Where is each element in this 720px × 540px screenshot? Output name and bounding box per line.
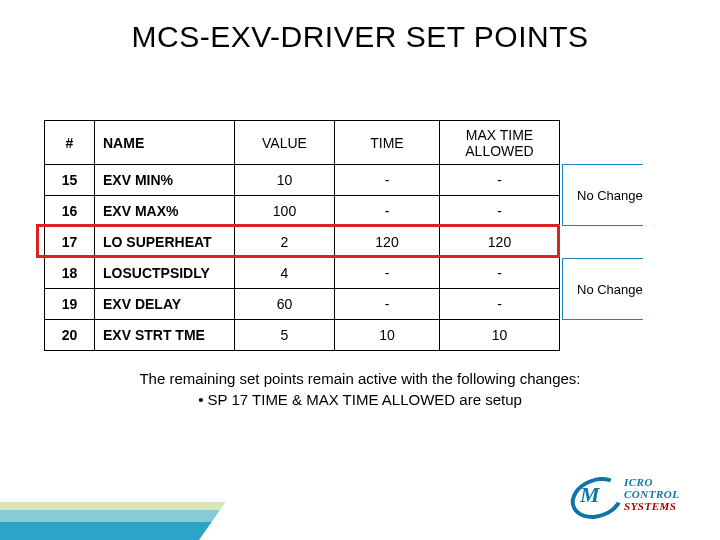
cell-value: 4 [235,258,335,289]
decorative-accent [0,450,262,540]
cell-time: 10 [335,320,440,351]
mcs-logo: M ICRO CONTROL SYSTEMS [570,470,700,526]
cell-num: 19 [45,289,95,320]
cell-max: - [440,196,560,227]
cell-time: - [335,196,440,227]
cell-time: - [335,258,440,289]
cell-max: - [440,289,560,320]
cell-value: 100 [235,196,335,227]
callout-no-change-2: No Change [562,258,643,320]
hdr-value: VALUE [235,121,335,165]
cell-value: 60 [235,289,335,320]
logo-text: ICRO CONTROL SYSTEMS [624,476,679,512]
footnote-line1: The remaining set points remain active w… [139,370,580,387]
cell-num: 18 [45,258,95,289]
cell-time: - [335,289,440,320]
cell-max: - [440,165,560,196]
hdr-max: MAX TIME ALLOWED [440,121,560,165]
hdr-name: NAME [95,121,235,165]
table-header-row: # NAME VALUE TIME MAX TIME ALLOWED [45,121,560,165]
table-row: 19 EXV DELAY 60 - - [45,289,560,320]
cell-value: 5 [235,320,335,351]
table-row: 20 EXV STRT TME 5 10 10 [45,320,560,351]
cell-name: LO SUPERHEAT [95,227,235,258]
cell-max: 120 [440,227,560,258]
cell-name: EXV MAX% [95,196,235,227]
footnote-line2: • SP 17 TIME & MAX TIME ALLOWED are setu… [0,391,720,408]
cell-value: 10 [235,165,335,196]
page-title: MCS-EXV-DRIVER SET POINTS [0,0,720,54]
footnote: The remaining set points remain active w… [0,370,720,408]
table-row: 15 EXV MIN% 10 - - [45,165,560,196]
cell-name: EXV STRT TME [95,320,235,351]
cell-name: LOSUCTPSIDLY [95,258,235,289]
cell-num: 15 [45,165,95,196]
table-row: 18 LOSUCTPSIDLY 4 - - [45,258,560,289]
table-row: 16 EXV MAX% 100 - - [45,196,560,227]
setpoints-table-wrap: # NAME VALUE TIME MAX TIME ALLOWED 15 EX… [44,120,560,351]
cell-value: 2 [235,227,335,258]
hdr-num: # [45,121,95,165]
cell-name: EXV DELAY [95,289,235,320]
callout-no-change-1: No Change [562,164,643,226]
hdr-time: TIME [335,121,440,165]
cell-num: 16 [45,196,95,227]
table-row-highlight: 17 LO SUPERHEAT 2 120 120 [45,227,560,258]
cell-time: - [335,165,440,196]
cell-num: 17 [45,227,95,258]
logo-m-icon: M [580,482,600,508]
cell-max: - [440,258,560,289]
cell-time: 120 [335,227,440,258]
cell-name: EXV MIN% [95,165,235,196]
cell-max: 10 [440,320,560,351]
cell-num: 20 [45,320,95,351]
setpoints-table: # NAME VALUE TIME MAX TIME ALLOWED 15 EX… [44,120,560,351]
